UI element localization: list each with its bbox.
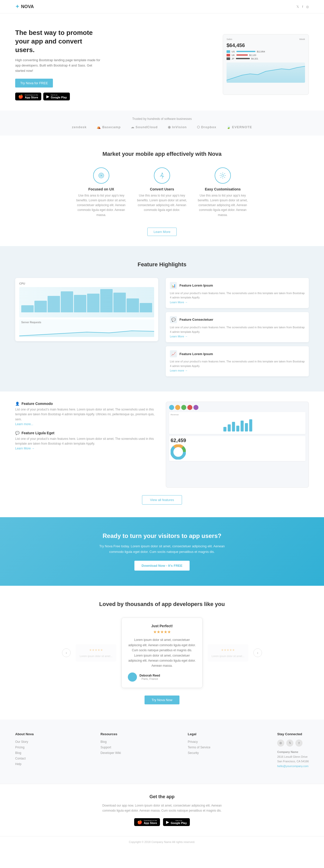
highlights2-link-1[interactable]: Learn more...: [15, 422, 33, 426]
mockup-pie-area: [171, 444, 304, 460]
trusted-label: Trusted by hundreds of software business…: [15, 117, 309, 121]
footer-link-dev-wiki[interactable]: Developer Wiki: [100, 751, 121, 755]
footer-link-help[interactable]: Help: [15, 762, 22, 766]
svg-rect-8: [232, 422, 235, 431]
get-play-icon: ▶: [166, 820, 169, 825]
features-intro-section: Market your mobile app effectively with …: [0, 135, 324, 246]
get-google-play-badge[interactable]: ▶ Get it on Google Play: [163, 818, 190, 826]
highlight-link-2[interactable]: Learn More →: [170, 335, 187, 338]
cta-headline: Ready to turn your visitors to app users…: [15, 532, 309, 539]
highlight-title-1: Feature Lorem Ipsum: [179, 283, 213, 287]
slider-prev-button[interactable]: ‹: [62, 648, 70, 657]
footer-twitter-btn[interactable]: 𝕏: [286, 740, 293, 747]
feature-custom-title: Easy Customisations: [198, 187, 248, 191]
view-all-button[interactable]: View all features: [142, 495, 182, 504]
logo-invision: ◉ InVision: [168, 125, 187, 129]
footer-link-security[interactable]: Security: [188, 751, 199, 755]
highlights2-title-2: 💬 Feature Ligula Eget: [15, 431, 158, 435]
highlights2-link-2[interactable]: Learn More →: [15, 447, 35, 450]
author-avatar: [128, 673, 137, 682]
author-location: Paris, France: [140, 677, 160, 680]
highlights2-item-1: 👤 Feature Commodo List one of your produ…: [15, 402, 158, 426]
get-app-store-badge[interactable]: 🍎 Download on the App Store: [134, 818, 160, 826]
hero-headline: The best way to promote your app and con…: [15, 29, 101, 54]
cpu-bar-7: [100, 289, 113, 312]
mockup-avatar-3: [181, 405, 186, 410]
footer-link-pricing[interactable]: Pricing: [15, 746, 25, 749]
feature-convert: Convert Users Use this area to list your…: [137, 167, 187, 218]
footer-link-our-story[interactable]: Our Story: [15, 740, 28, 744]
flag-jp: [227, 57, 230, 60]
mockup-stat-number: 62,459: [171, 438, 304, 443]
hero-cta-button[interactable]: Try Nova for FREE: [15, 79, 53, 88]
cta-download-button[interactable]: Download Now - It's FREE: [135, 561, 189, 570]
bar-uk: [236, 54, 248, 56]
app-store-badge[interactable]: 🍎 Download on the App Store: [15, 93, 41, 100]
cpu-bar-8: [113, 292, 126, 312]
highlights-left: CPU Server: [15, 278, 158, 341]
dashboard-row-2: UK $2,120: [227, 54, 305, 56]
footer-social: ◎ 𝕏 f: [277, 740, 309, 747]
footer-connected-title: Stay Connected: [277, 732, 309, 736]
highlight-link-3[interactable]: Learn more →: [170, 369, 187, 372]
cpu-bar-10: [140, 303, 152, 312]
facebook-link[interactable]: f: [302, 5, 303, 9]
highlights-right: 📊 Feature Lorem Ipsum List one of your p…: [166, 278, 309, 377]
highlights2-icon-1: 👤: [15, 402, 20, 406]
highlight-desc-3: List one of your product's main features…: [170, 360, 305, 368]
svg-rect-10: [241, 421, 244, 431]
footer: About Nova Our Story Pricing Blog Contac…: [0, 719, 324, 784]
svg-point-3: [101, 175, 102, 176]
app-store-text: Download on the App Store: [25, 94, 38, 99]
highlight-item-1-header: 📊 Feature Lorem Ipsum: [170, 282, 305, 289]
learn-more-button[interactable]: Learn More: [147, 228, 177, 236]
footer-col-resources: Resources Blog Support Developer Wiki: [100, 732, 121, 769]
footer-link-contact[interactable]: Contact: [15, 757, 26, 760]
footer-link-privacy[interactable]: Privacy: [188, 740, 198, 744]
footer-link-blog[interactable]: Blog: [15, 751, 21, 755]
feature-ux: Focused on UX Use this area to list your…: [76, 167, 126, 218]
mockup-stat-area: 62,459: [169, 436, 305, 461]
footer-address: Company Name 2616 Lesuill Glenn Drive Sa…: [277, 750, 309, 769]
highlight-item-3-header: 📈 Feature Lorem Ipsum: [170, 350, 305, 358]
hero-section: The best way to promote your app and con…: [0, 13, 324, 111]
footer-link-support[interactable]: Support: [100, 746, 111, 749]
footer-legal-title: Legal: [188, 732, 210, 736]
mockup-chart-label: Revenue: [171, 413, 304, 416]
footer-street: 2616 Lesuill Glenn Drive: [277, 755, 307, 758]
brand[interactable]: ✦ NOVA: [15, 4, 34, 10]
highlight-link-1[interactable]: Learn More →: [170, 301, 187, 304]
svg-point-4: [222, 175, 224, 177]
footer-col-legal: Legal Privacy Terms of Service Security: [188, 732, 210, 769]
hero-dashboard-image: Sales Week $64,456 US $12,854 UK $2,120 …: [223, 34, 309, 95]
mockup-avatar-4: [187, 405, 193, 410]
slider-next-button[interactable]: ›: [254, 648, 262, 657]
footer-facebook-btn[interactable]: f: [295, 740, 302, 747]
footer-instagram-btn[interactable]: ◎: [277, 740, 284, 747]
svg-rect-12: [249, 419, 253, 431]
copyright-text: Copyright © 2018 Company Name All rights…: [129, 840, 195, 843]
view-all-container: View all features: [15, 488, 309, 512]
try-now-button[interactable]: Try Nova Now: [145, 695, 179, 704]
feature-ux-desc: Use this area to list your app's key ben…: [76, 193, 126, 218]
instagram-link[interactable]: ◎: [306, 5, 309, 9]
cpu-chart-title: CPU: [19, 282, 154, 285]
highlights2-item-2: 💬 Feature Ligula Eget List one of your p…: [15, 431, 158, 450]
side-text-left: Lorem ipsum dolor sit amet...: [80, 655, 112, 658]
feature-highlights-headline: Feature Highlights: [15, 261, 309, 268]
cpu-chart: [19, 287, 154, 317]
cpu-bar-4: [61, 291, 73, 312]
logo-soundcloud: ☁ SoundCloud: [131, 125, 158, 129]
convert-icon-circle: [154, 167, 170, 184]
google-play-badge[interactable]: ▶ Get it on Google Play: [43, 93, 70, 100]
mockup-chart-area: Revenue: [169, 412, 305, 434]
twitter-link[interactable]: 𝕏: [296, 5, 299, 9]
mockup-avatar-2: [175, 405, 180, 410]
get-app-headline: Get the app: [15, 794, 309, 800]
apple-icon: 🍎: [18, 94, 23, 99]
footer-link-res-blog[interactable]: Blog: [100, 740, 107, 744]
footer-email[interactable]: hello@yourcompany.com: [277, 765, 308, 768]
footer-link-terms[interactable]: Terms of Service: [188, 746, 210, 749]
custom-icon-circle: [215, 167, 231, 184]
footer-legal-links: Privacy Terms of Service Security: [188, 740, 210, 755]
